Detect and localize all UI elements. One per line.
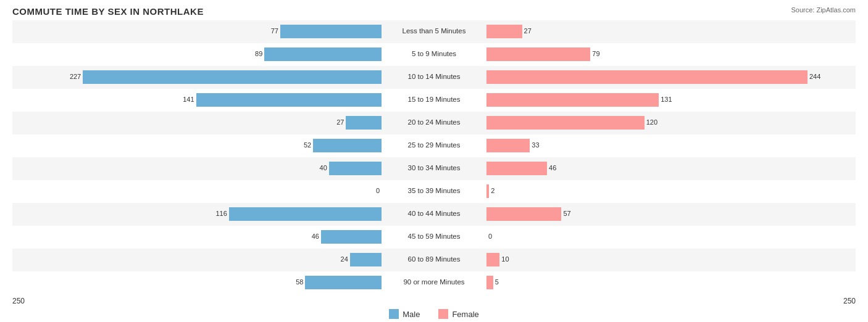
female-value: 120 bbox=[646, 118, 657, 126]
chart-row: 22724410 to 14 Minutes bbox=[12, 66, 856, 89]
female-bar bbox=[486, 25, 522, 38]
female-value: 46 bbox=[549, 164, 556, 171]
legend-male-box bbox=[389, 309, 399, 319]
male-bar bbox=[264, 47, 382, 61]
male-bar bbox=[329, 162, 382, 175]
male-value: 40 bbox=[320, 164, 327, 171]
chart-row: 58590 or more Minutes bbox=[12, 271, 856, 294]
male-bar bbox=[229, 207, 382, 221]
row-label: 40 to 44 Minutes bbox=[407, 210, 460, 217]
legend-male-label: Male bbox=[403, 310, 420, 319]
female-bar bbox=[486, 162, 547, 175]
row-label: 10 to 14 Minutes bbox=[407, 73, 460, 80]
legend: Male Female bbox=[12, 309, 856, 319]
chart-row: 7727Less than 5 Minutes bbox=[12, 20, 856, 43]
female-bar bbox=[486, 276, 493, 289]
axis-left: 250 bbox=[12, 297, 25, 305]
female-bar bbox=[486, 116, 645, 130]
female-bar bbox=[486, 207, 561, 221]
female-bar bbox=[486, 93, 659, 107]
female-value: 27 bbox=[524, 27, 532, 35]
chart-container: COMMUTE TIME BY SEX IN NORTHLAKE Source:… bbox=[0, 0, 868, 322]
row-label: 60 to 89 Minutes bbox=[407, 255, 460, 263]
female-bar bbox=[486, 70, 807, 84]
male-value: 46 bbox=[312, 233, 319, 240]
male-bar bbox=[313, 139, 382, 152]
chart-row: 404630 to 34 Minutes bbox=[12, 157, 856, 180]
chart-row: 2712020 to 24 Minutes bbox=[12, 112, 856, 134]
female-value: 57 bbox=[563, 210, 570, 217]
female-bar bbox=[486, 139, 530, 152]
female-bar bbox=[486, 184, 489, 198]
female-value: 5 bbox=[495, 278, 499, 286]
chart-row: 241060 to 89 Minutes bbox=[12, 249, 856, 271]
female-value: 131 bbox=[661, 96, 672, 103]
chart-row: 14113115 to 19 Minutes bbox=[12, 89, 856, 112]
axis-right: 250 bbox=[843, 297, 856, 305]
bars-area: 7727Less than 5 Minutes89795 to 9 Minute… bbox=[12, 20, 856, 294]
row-label: 20 to 24 Minutes bbox=[407, 118, 460, 126]
row-label: 90 or more Minutes bbox=[403, 278, 464, 286]
male-bar bbox=[321, 230, 382, 244]
chart-row: 46045 to 59 Minutes bbox=[12, 226, 856, 249]
male-value: 141 bbox=[183, 96, 194, 103]
male-value: 116 bbox=[215, 210, 227, 217]
female-value: 2 bbox=[491, 187, 495, 194]
male-value: 77 bbox=[271, 27, 278, 35]
row-label: 35 to 39 Minutes bbox=[407, 187, 460, 194]
female-value: 79 bbox=[592, 50, 599, 57]
male-bar bbox=[280, 25, 382, 38]
legend-female: Female bbox=[438, 309, 478, 319]
male-bar bbox=[83, 70, 382, 84]
row-label: 5 to 9 Minutes bbox=[412, 50, 456, 57]
female-value: 0 bbox=[488, 233, 492, 240]
male-value: 0 bbox=[376, 187, 380, 194]
chart-row: 0235 to 39 Minutes bbox=[12, 180, 856, 203]
male-bar bbox=[196, 93, 382, 107]
male-value: 27 bbox=[336, 118, 344, 126]
legend-male: Male bbox=[389, 309, 420, 319]
axis-labels: 250 250 bbox=[12, 297, 856, 305]
male-value: 24 bbox=[341, 255, 348, 263]
row-label: Less than 5 Minutes bbox=[403, 27, 466, 35]
legend-female-box bbox=[438, 309, 448, 319]
row-label: 45 to 59 Minutes bbox=[407, 233, 460, 240]
row-label: 25 to 29 Minutes bbox=[407, 141, 460, 149]
female-bar bbox=[486, 253, 499, 266]
female-value: 10 bbox=[501, 255, 509, 263]
chart-title: COMMUTE TIME BY SEX IN NORTHLAKE bbox=[12, 6, 856, 17]
row-label: 15 to 19 Minutes bbox=[407, 96, 460, 103]
male-value: 58 bbox=[296, 278, 303, 286]
male-bar bbox=[346, 116, 382, 130]
male-value: 227 bbox=[70, 73, 81, 80]
male-bar bbox=[350, 253, 382, 266]
female-value: 33 bbox=[532, 141, 539, 149]
male-value: 89 bbox=[255, 50, 262, 57]
chart-row: 89795 to 9 Minutes bbox=[12, 43, 856, 66]
chart-row: 1165740 to 44 Minutes bbox=[12, 203, 856, 226]
source-label: Source: ZipAtlas.com bbox=[791, 6, 856, 14]
male-bar bbox=[305, 276, 382, 289]
legend-female-label: Female bbox=[452, 310, 478, 319]
male-value: 52 bbox=[304, 141, 311, 149]
female-bar bbox=[486, 47, 590, 61]
female-value: 244 bbox=[809, 73, 820, 80]
chart-row: 523325 to 29 Minutes bbox=[12, 134, 856, 157]
row-label: 30 to 34 Minutes bbox=[407, 164, 460, 171]
